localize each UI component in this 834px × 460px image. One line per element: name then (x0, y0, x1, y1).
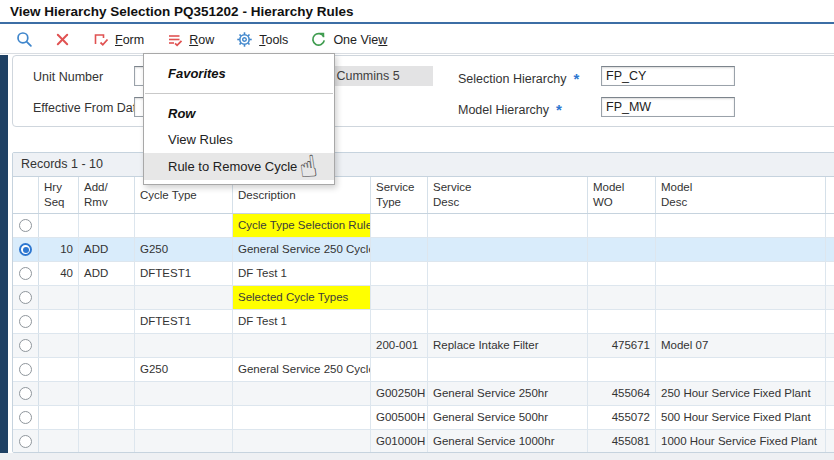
cell-description: General Service 250 Cycle (233, 238, 371, 261)
one-view-button[interactable]: One View (302, 28, 395, 51)
cell-add-rmv (79, 430, 135, 453)
table-row[interactable]: 10 ADD G250 General Service 250 Cycle (13, 238, 834, 262)
cell-service-desc: General Service 500hr (428, 406, 588, 429)
row-menu-button[interactable]: Row (158, 29, 222, 51)
cell-model-desc: 250 Hour Service Fixed Plant (656, 382, 826, 405)
cell-description (233, 382, 371, 405)
cell-model-desc: 500 Hour Service Fixed Plant (656, 406, 826, 429)
cell-hry-seq (39, 382, 79, 405)
records-count-bar: Records 1 - 10 (13, 153, 834, 177)
cell-add-rmv (79, 310, 135, 333)
radio-icon[interactable] (19, 267, 32, 280)
cell-service-desc: Replace Intake Filter (428, 334, 588, 357)
radio-icon[interactable] (19, 219, 32, 232)
cell-clipped (826, 430, 834, 453)
model-hierarchy-input[interactable] (601, 97, 735, 117)
cell-service-desc (428, 310, 588, 333)
cell-description (233, 406, 371, 429)
row-select-radio[interactable] (13, 382, 39, 405)
header-form-panel: Unit Number Engine 5 - Cummins 5 Effecti… (12, 55, 834, 127)
required-icon: * (573, 70, 579, 87)
cell-hry-seq (39, 406, 79, 429)
left-accent-bar (0, 55, 8, 455)
table-row[interactable]: 200-001 Replace Intake Filter 475671 Mod… (13, 334, 834, 358)
column-header-service-type[interactable]: ServiceType (371, 177, 428, 213)
row-select-radio[interactable] (13, 358, 39, 381)
radio-icon[interactable] (19, 387, 32, 400)
radio-icon[interactable] (19, 435, 32, 448)
cell-model-desc (656, 238, 826, 261)
cell-clipped (826, 238, 834, 261)
cell-model-desc (656, 214, 826, 237)
column-header-clipped (826, 177, 834, 213)
form-menu-button[interactable]: Form (84, 29, 152, 51)
row-select-radio[interactable] (13, 214, 39, 237)
tools-menu-button[interactable]: Tools (228, 28, 296, 51)
cell-cycle-type: G250 (135, 358, 233, 381)
row-select-radio[interactable] (13, 334, 39, 357)
radio-icon[interactable] (19, 291, 32, 304)
cell-hry-seq: 40 (39, 262, 79, 285)
row-select-radio[interactable] (13, 310, 39, 333)
cell-description (233, 334, 371, 357)
table-row[interactable]: Cycle Type Selection Rules (13, 214, 834, 238)
cell-service-type: 200-001 (371, 334, 428, 357)
cell-service-desc (428, 238, 588, 261)
title-bar: View Hierarchy Selection PQ351202 - Hier… (0, 0, 834, 24)
radio-icon[interactable] (19, 315, 32, 328)
radio-icon[interactable] (19, 339, 32, 352)
table-row[interactable]: G250 General Service 250 Cycle (13, 358, 834, 382)
menu-header-row: Row (144, 101, 334, 126)
cell-model-desc (656, 262, 826, 285)
radio-icon[interactable] (19, 411, 32, 424)
close-button[interactable] (47, 29, 78, 50)
row-select-radio[interactable] (13, 430, 39, 453)
row-select-radio[interactable] (13, 286, 39, 309)
cell-description: DF Test 1 (233, 310, 371, 333)
cell-model-wo: 455081 (588, 430, 656, 453)
column-header-model-desc[interactable]: ModelDesc (656, 177, 826, 213)
column-header-model-wo[interactable]: ModelWO (588, 177, 656, 213)
required-icon: * (556, 101, 562, 118)
form-menu-icon (92, 32, 109, 48)
table-row[interactable]: G00500H General Service 500hr 455072 500… (13, 406, 834, 430)
search-icon (16, 31, 33, 48)
gear-icon (236, 31, 253, 48)
cell-service-type (371, 310, 428, 333)
row-select-radio[interactable] (13, 262, 39, 285)
table-row[interactable]: 40 ADD DFTEST1 DF Test 1 (13, 262, 834, 286)
column-header-add-rmv[interactable]: Add/Rmv (79, 177, 135, 213)
cell-description: General Service 250 Cycle (233, 358, 371, 381)
table-row[interactable]: G00250H General Service 250hr 455064 250… (13, 382, 834, 406)
column-header-service-desc[interactable]: ServiceDesc (428, 177, 588, 213)
cell-cycle-type (135, 334, 233, 357)
cell-cycle-type (135, 286, 233, 309)
cell-add-rmv: ADD (79, 262, 135, 285)
search-button[interactable] (8, 28, 41, 51)
page-title: View Hierarchy Selection PQ351202 - Hier… (0, 0, 834, 19)
table-row[interactable]: DFTEST1 DF Test 1 (13, 310, 834, 334)
cell-cycle-type (135, 430, 233, 453)
row-menu-label: Row (189, 33, 214, 47)
cell-service-type (371, 358, 428, 381)
toolbar: Form Row Tools One View (0, 26, 834, 54)
table-row[interactable]: G01000H General Service 1000hr 455081 10… (13, 430, 834, 453)
cell-service-desc: General Service 250hr (428, 382, 588, 405)
column-header-hry-seq[interactable]: HrySeq (39, 177, 79, 213)
cell-service-type: G00500H (371, 406, 428, 429)
table-row[interactable]: Selected Cycle Types (13, 286, 834, 310)
bottom-strip (0, 453, 834, 460)
cell-cycle-type (135, 214, 233, 237)
cell-service-desc: General Service 1000hr (428, 430, 588, 453)
row-select-radio[interactable] (13, 238, 39, 261)
radio-icon[interactable] (19, 363, 32, 376)
row-select-radio[interactable] (13, 406, 39, 429)
cell-service-type (371, 262, 428, 285)
selection-hierarchy-input[interactable] (601, 66, 735, 86)
cell-service-desc (428, 262, 588, 285)
cell-add-rmv (79, 214, 135, 237)
cell-model-wo: 475671 (588, 334, 656, 357)
cell-cycle-type (135, 406, 233, 429)
cell-model-wo (588, 214, 656, 237)
radio-icon[interactable] (19, 243, 32, 256)
